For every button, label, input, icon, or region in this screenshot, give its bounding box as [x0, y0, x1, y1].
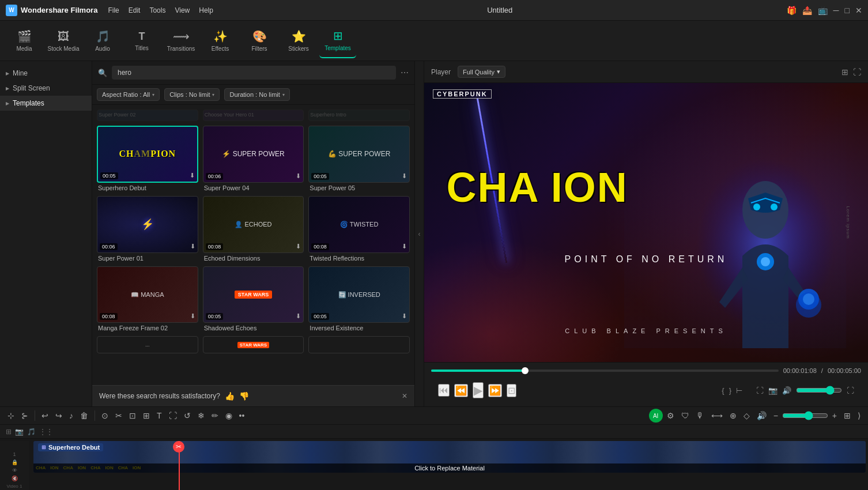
aspect-ratio-filter[interactable]: Aspect Ratio : All ▾	[97, 88, 160, 101]
window-min-icon[interactable]: ─	[833, 6, 839, 15]
fullscreen-icon[interactable]: ⛶	[847, 386, 854, 395]
thumbs-down-icon[interactable]: 👎	[239, 391, 249, 401]
toolbar-filters[interactable]: 🎨 Filters	[241, 24, 278, 58]
list-item[interactable]: 🔄 INVERSED 00:05 ⬇ Inversed Existence	[308, 266, 410, 332]
track-lock-icon[interactable]: 🔒	[12, 459, 18, 465]
video-track[interactable]: ⊞ Superhero Debut CHA ION CHA ION CHA IO…	[33, 441, 866, 473]
menu-file[interactable]: File	[108, 6, 119, 14]
settings-icon[interactable]: ⚙	[664, 409, 677, 422]
list-item[interactable]: 👤 ECHOED 00:08 ⬇ Echoed Dimensions	[203, 196, 304, 262]
snapshot-icon[interactable]: 📷	[768, 386, 778, 395]
gift-icon[interactable]: 🎁	[787, 6, 797, 15]
feedback-close-button[interactable]: ✕	[402, 392, 407, 400]
track-audio-icon[interactable]: 🎵	[27, 428, 36, 436]
toolbar-transitions[interactable]: ⟿ Transitions	[163, 24, 199, 58]
edit-button[interactable]: ✏	[209, 409, 221, 422]
undo-button[interactable]: ↩	[39, 409, 51, 422]
search-input[interactable]	[112, 66, 396, 80]
list-item[interactable]: Superhero Intro	[308, 110, 410, 121]
replace-material-bar[interactable]: Click to Replace Material	[33, 463, 866, 473]
list-item[interactable]: 💪 SUPER POWER 00:05 ⬇ Super Power 05	[308, 126, 410, 191]
grid-view-icon[interactable]: ⊞	[841, 67, 848, 77]
track-camera-icon[interactable]: 📷	[15, 428, 24, 436]
ai-button[interactable]: AI	[649, 409, 663, 423]
progress-bar[interactable]	[431, 370, 779, 372]
loop-button[interactable]: ⊡	[507, 384, 516, 397]
toolbar-stock-media[interactable]: 🖼 Stock Media	[45, 24, 82, 58]
step-forward-button[interactable]: ⏩	[488, 384, 502, 397]
window-max-icon[interactable]: □	[845, 6, 850, 15]
track-type-icon[interactable]: ⊞	[6, 428, 12, 436]
freeze-button[interactable]: ❄	[195, 409, 207, 422]
list-item[interactable]	[308, 336, 410, 353]
mask-button[interactable]: ◉	[222, 409, 235, 422]
track-eye-icon[interactable]: 👁	[12, 468, 17, 473]
volume-slider[interactable]	[796, 386, 842, 395]
sidebar-item-mine[interactable]: ▶ Mine	[0, 66, 92, 81]
zoom-out-button[interactable]: −	[771, 409, 781, 422]
list-item[interactable]: STAR WARS	[203, 336, 304, 353]
group-button[interactable]: ⊙	[99, 409, 111, 422]
step-back-button[interactable]: ⏪	[454, 384, 468, 397]
volume-icon[interactable]: 🔊	[782, 386, 791, 395]
collapse-panel-button[interactable]: ‹	[415, 61, 424, 406]
volume-timeline-icon[interactable]: 🔊	[754, 409, 769, 422]
rewind-button[interactable]: ⏮	[438, 384, 450, 397]
layout-grid-icon[interactable]: ⊞	[841, 409, 854, 422]
cut-button[interactable]: ✂	[112, 409, 125, 422]
toolbar-stickers[interactable]: ⭐ Stickers	[280, 24, 317, 58]
ripple-tool-button[interactable]: ⊱	[18, 409, 31, 422]
toolbar-templates[interactable]: ⊞ Templates	[319, 24, 356, 58]
menu-edit[interactable]: Edit	[129, 6, 141, 14]
sync-icon[interactable]: ⟷	[708, 409, 726, 422]
sidebar-item-split-screen[interactable]: ▶ Split Screen	[0, 81, 92, 96]
list-item[interactable]: ...	[97, 336, 198, 353]
audio-detach-button[interactable]: ♪	[66, 409, 76, 422]
quality-select[interactable]: Full Quality ▾	[458, 66, 505, 78]
thumbs-up-icon[interactable]: 👍	[225, 391, 235, 401]
clips-filter[interactable]: Clips : No limit ▾	[164, 88, 220, 101]
delete-button[interactable]: 🗑	[77, 409, 91, 422]
redo-button[interactable]: ↪	[52, 409, 65, 422]
more-tools-button[interactable]: ••	[236, 409, 248, 422]
menu-tools[interactable]: Tools	[149, 6, 165, 14]
sidebar-item-templates[interactable]: ▶ Templates	[0, 96, 92, 111]
toolbar-effects[interactable]: ✨ Effects	[202, 24, 239, 58]
list-item[interactable]: ⚡ SUPER POWER 00:06 ⬇ Super Power 04	[203, 126, 304, 191]
toolbar-media[interactable]: 🎬 Media	[6, 24, 43, 58]
track-split-icon[interactable]: ⋮⋮	[39, 428, 53, 436]
microphone-icon[interactable]: 🎙	[693, 409, 707, 422]
list-item[interactable]: 🌀 TWISTED 00:08 ⬇ Twisted Reflections	[308, 196, 410, 262]
track-mute-icon[interactable]: 🔇	[12, 476, 18, 481]
duration-filter[interactable]: Duration : No limit ▾	[224, 88, 289, 101]
play-button[interactable]: ▶	[473, 382, 484, 398]
bracket-right-icon[interactable]: }	[729, 386, 731, 395]
list-item[interactable]: STAR WARS 00:05 ⬇ Shadowed Echoes	[203, 266, 304, 332]
menu-help[interactable]: Help	[199, 6, 213, 14]
keyframe-icon[interactable]: ◇	[741, 409, 753, 422]
list-item[interactable]: ⚡ 00:06 ⬇ Super Power 01	[97, 196, 198, 262]
zoom-in-button[interactable]: +	[829, 409, 840, 422]
menu-view[interactable]: View	[175, 6, 190, 14]
in-point-icon[interactable]: ⊢	[736, 386, 742, 395]
bracket-left-icon[interactable]: {	[722, 386, 724, 395]
list-item[interactable]: CHAMPION 00:05 ⬇ Superhero Debut	[97, 126, 198, 191]
zoom-fit-button[interactable]: ⊞	[140, 409, 153, 422]
more-options-icon[interactable]: ⋯	[401, 68, 409, 77]
list-item[interactable]: Choose Your Hero 01	[203, 110, 304, 121]
clip-split-button[interactable]: ⊡	[126, 409, 139, 422]
expand-timeline-icon[interactable]: ⟩	[855, 409, 863, 422]
list-item[interactable]: Super Power 02	[97, 110, 198, 121]
share-icon[interactable]: 📤	[802, 6, 812, 15]
toolbar-audio[interactable]: 🎵 Audio	[84, 24, 121, 58]
crop-icon[interactable]: ⛶	[756, 386, 764, 395]
text-tool-button[interactable]: T	[154, 409, 165, 422]
reverse-button[interactable]: ↺	[181, 409, 194, 422]
select-tool-button[interactable]: ⊹	[5, 409, 17, 422]
zoom-slider[interactable]	[782, 411, 828, 420]
crop-tool-button[interactable]: ⛶	[166, 409, 180, 422]
toolbar-titles[interactable]: T Titles	[123, 24, 160, 58]
shield-icon[interactable]: 🛡	[678, 409, 692, 422]
list-item[interactable]: 📖 MANGA 00:08 ⬇ Manga Freeze Frame 02	[97, 266, 198, 332]
window-close-icon[interactable]: ✕	[855, 6, 862, 15]
